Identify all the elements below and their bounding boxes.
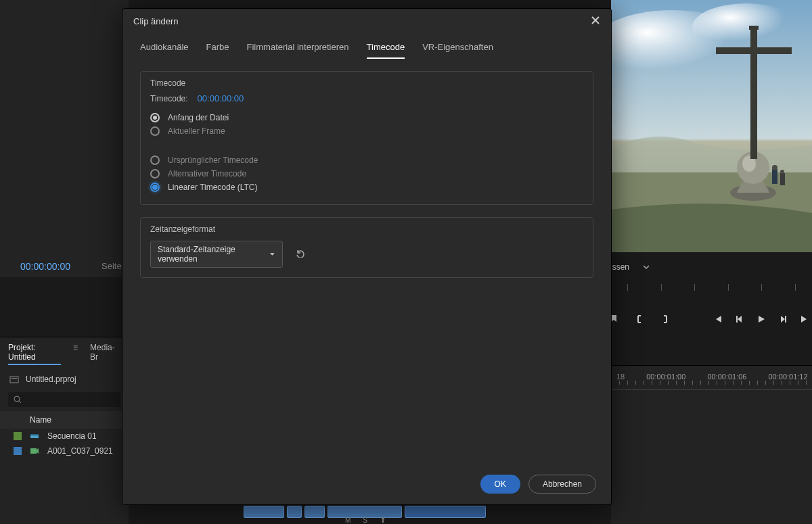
svg-rect-17 xyxy=(12,378,17,379)
tab-timecode[interactable]: Timecode xyxy=(367,42,405,59)
svg-point-13 xyxy=(780,170,784,174)
out-bracket-icon[interactable] xyxy=(660,314,670,324)
bin-icon xyxy=(9,375,19,383)
source-monitor-panel xyxy=(0,0,129,277)
timecode-input[interactable]: 00:00:00:00 xyxy=(198,93,244,103)
svg-point-11 xyxy=(772,165,777,170)
tdf-label: Zeitanzeigeformat xyxy=(141,218,593,237)
timeline-clip[interactable] xyxy=(244,506,284,518)
time-display-format-panel: Zeitanzeigeformat Standard-Zeitanzeige v… xyxy=(140,217,593,278)
tab-audio-channels[interactable]: Audiokanäle xyxy=(140,42,189,59)
timeline-clip[interactable] xyxy=(405,506,486,518)
svg-point-23 xyxy=(382,517,384,520)
radio-label: Linearer Timecode (LTC) xyxy=(168,183,258,192)
close-icon xyxy=(591,16,600,25)
program-preview-image xyxy=(611,0,812,252)
project-search-input[interactable] xyxy=(8,392,120,407)
svg-rect-12 xyxy=(780,173,785,185)
timeline-panel: 18 00:00:01:00 00:00:01:06 00:00:01:12 xyxy=(611,365,812,524)
radio-original-timecode[interactable]: Ursprünglicher Timecode xyxy=(150,156,583,165)
reset-icon xyxy=(295,249,306,258)
project-item-sequence[interactable]: Secuencia 01 xyxy=(0,429,129,444)
svg-rect-7 xyxy=(750,27,757,159)
tab-vr-properties[interactable]: VR-Eigenschaften xyxy=(422,42,493,59)
close-button[interactable] xyxy=(591,16,600,27)
tab-interpret-footage[interactable]: Filmmaterial interpretieren xyxy=(247,42,349,59)
tab-project[interactable]: Projekt: Untitled xyxy=(8,343,61,365)
radio-label: Alternativer Timecode xyxy=(168,169,246,178)
svg-line-19 xyxy=(19,401,21,403)
dialog-tabs: Audiokanäle Farbe Filmmaterial interpret… xyxy=(122,34,611,59)
cancel-button[interactable]: Abbrechen xyxy=(528,475,596,494)
timeline-clips[interactable] xyxy=(244,506,650,524)
radio-alternate-timecode[interactable]: Alternativer Timecode xyxy=(150,169,583,178)
program-transport-controls xyxy=(611,311,812,327)
voiceover-icon[interactable] xyxy=(380,517,386,523)
project-panel: Projekt: Untitled ≡ Media-Br Untitled.pr… xyxy=(0,337,129,524)
project-item-label: A001_C037_0921 xyxy=(47,446,113,456)
radio-file-start[interactable]: Anfang der Datei xyxy=(150,113,583,122)
program-monitor-panel xyxy=(611,0,812,252)
radio-icon xyxy=(150,156,160,165)
ok-button[interactable]: OK xyxy=(480,475,520,494)
dialog-title: Clip ändern xyxy=(133,16,179,26)
timeline-ruler-ticks xyxy=(611,381,812,390)
search-icon xyxy=(14,396,22,404)
chevron-down-icon xyxy=(269,251,275,258)
svg-rect-14 xyxy=(736,316,738,323)
go-to-out-icon[interactable] xyxy=(800,314,809,324)
svg-rect-22 xyxy=(30,448,37,454)
radio-current-frame[interactable]: Aktueller Frame xyxy=(150,126,583,136)
ruler-tick: 18 xyxy=(616,373,625,381)
radio-icon xyxy=(150,169,160,178)
panel-menu-icon[interactable]: ≡ xyxy=(73,343,78,365)
radio-icon xyxy=(150,113,160,122)
track-header-buttons: M S xyxy=(345,517,386,524)
solo-button[interactable]: S xyxy=(363,517,367,524)
ruler-tick: 00:00:01:12 xyxy=(769,373,808,381)
mute-button[interactable]: M xyxy=(345,517,351,524)
svg-rect-9 xyxy=(749,26,759,30)
radio-linear-timecode[interactable]: Linearer Timecode (LTC) xyxy=(150,183,583,192)
label-color-swatch xyxy=(14,432,22,440)
reset-button[interactable] xyxy=(295,249,306,260)
project-item-label: Secuencia 01 xyxy=(47,431,97,441)
project-filename: Untitled.prproj xyxy=(26,375,76,384)
radio-icon xyxy=(150,126,160,136)
timeline-clip[interactable] xyxy=(287,506,302,518)
project-item-clip[interactable]: A001_C037_0921 xyxy=(0,444,129,458)
radio-label: Ursprünglicher Timecode xyxy=(168,156,258,165)
dialog-footer: OK Abbrechen xyxy=(122,464,611,504)
modify-clip-dialog: Clip ändern Audiokanäle Farbe Filmmateri… xyxy=(122,8,612,505)
project-file-row: Untitled.prproj xyxy=(0,371,129,388)
timeline-ruler[interactable]: 18 00:00:01:00 00:00:01:06 00:00:01:12 xyxy=(611,366,812,381)
radio-label: Aktueller Frame xyxy=(168,126,225,136)
timecode-value-row: Timecode: 00:00:00:00 xyxy=(141,91,593,113)
radio-label: Anfang der Datei xyxy=(168,113,229,122)
time-display-format-select[interactable]: Standard-Zeitanzeige verwenden xyxy=(150,241,283,268)
svg-rect-24 xyxy=(382,520,384,523)
label-color-swatch xyxy=(14,447,22,455)
svg-rect-15 xyxy=(785,316,786,323)
project-column-name[interactable]: Name xyxy=(0,411,129,429)
sequence-icon xyxy=(30,431,39,441)
select-value: Standard-Zeitanzeige verwenden xyxy=(158,245,263,264)
play-icon[interactable] xyxy=(757,314,766,324)
in-bracket-icon[interactable] xyxy=(635,314,644,324)
timeline-clip[interactable] xyxy=(304,506,325,518)
dialog-header: Clip ändern xyxy=(122,9,611,34)
step-forward-icon[interactable] xyxy=(778,314,788,324)
timecode-label: Timecode: xyxy=(150,94,188,103)
program-timebar[interactable] xyxy=(611,281,812,301)
program-zoom-dropdown[interactable]: assen xyxy=(608,262,650,272)
go-to-in-icon[interactable] xyxy=(713,314,723,324)
source-timecode[interactable]: 00:00:00:00 xyxy=(20,261,70,272)
svg-rect-10 xyxy=(772,169,777,184)
timecode-panel: Timecode Timecode: 00:00:00:00 Anfang de… xyxy=(140,71,593,205)
tab-color[interactable]: Farbe xyxy=(206,42,229,59)
ruler-tick: 00:00:01:00 xyxy=(646,373,685,381)
step-back-icon[interactable] xyxy=(735,314,744,324)
video-clip-icon xyxy=(30,446,39,456)
tab-media-browser[interactable]: Media-Br xyxy=(90,343,120,365)
svg-point-2 xyxy=(692,3,800,51)
